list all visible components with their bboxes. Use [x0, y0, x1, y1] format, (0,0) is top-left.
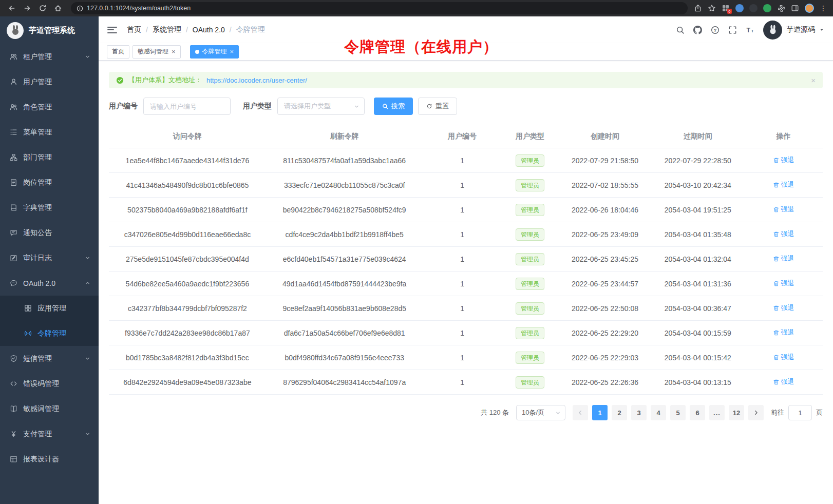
reset-button[interactable]: 重置	[418, 98, 457, 115]
force-logout-button[interactable]: 强退	[773, 303, 794, 313]
extension-blue-icon[interactable]	[735, 4, 744, 12]
sidebar-item-report-designer[interactable]: 报表设计器	[0, 447, 99, 472]
pager-page-5[interactable]: 5	[670, 405, 686, 420]
sidebar-item-role-mgmt[interactable]: 角色管理	[0, 94, 99, 120]
browser-reload-button[interactable]	[36, 2, 49, 15]
sidebar-item-label: 支付管理	[23, 430, 52, 439]
user-type-select[interactable]: 请选择用户类型	[277, 98, 365, 115]
help-icon[interactable]: ?	[711, 26, 720, 34]
sidebar-item-notice-mgmt[interactable]: 通知公告	[0, 220, 99, 245]
force-logout-button[interactable]: 强退	[773, 328, 794, 337]
user-type-tag: 管理员	[516, 352, 544, 364]
sidebar-item-post-mgmt[interactable]: 岗位管理	[0, 170, 99, 195]
sidebar-item-label: 字典管理	[23, 203, 52, 212]
sidebar-item-menu-mgmt[interactable]: 菜单管理	[0, 120, 99, 145]
browser-forward-button[interactable]	[21, 2, 34, 15]
sidebar-item-label: 错误码管理	[23, 379, 59, 389]
force-logout-button[interactable]: 强退	[773, 279, 794, 288]
sidebar-panel-icon[interactable]	[791, 4, 799, 12]
force-logout-button[interactable]: 强退	[773, 353, 794, 362]
goto-page-input[interactable]	[788, 405, 812, 420]
font-size-icon[interactable]: TT	[746, 26, 754, 34]
force-logout-button[interactable]: 强退	[773, 377, 794, 386]
sidebar-item-payment-mgmt[interactable]: 支付管理	[0, 421, 99, 447]
close-icon[interactable]: ×	[172, 48, 176, 55]
sidebar-item-sensitive-word-mgmt[interactable]: 敏感词管理	[0, 396, 99, 421]
action-cell: 强退	[744, 272, 823, 296]
chevron-down-icon	[555, 410, 561, 416]
sidebar-item-token-mgmt[interactable]: 令牌管理	[0, 321, 99, 346]
user-type-cell: 管理员	[501, 198, 558, 222]
force-logout-button[interactable]: 强退	[773, 205, 794, 214]
pager-page-3[interactable]: 3	[631, 405, 647, 420]
pager-more-button[interactable]: ...	[709, 405, 725, 420]
sidebar-item-label: OAuth 2.0	[23, 279, 55, 287]
site-info-icon[interactable]	[77, 5, 83, 12]
force-logout-button[interactable]: 强退	[773, 229, 794, 239]
browser-menu-icon[interactable]: ⋮	[820, 4, 827, 12]
pager-page-1[interactable]: 1	[592, 405, 608, 420]
pager-page-12[interactable]: 12	[729, 405, 744, 420]
user-type-tag: 管理员	[516, 302, 544, 315]
sidebar-item-sms-mgmt[interactable]: 短信管理	[0, 346, 99, 371]
sidebar-item-error-code-mgmt[interactable]: 错误码管理	[0, 371, 99, 396]
extension-grid-icon[interactable]: 0	[722, 4, 730, 12]
tab-token-mgmt[interactable]: 令牌管理 ×	[190, 45, 239, 59]
user-id-input[interactable]	[143, 98, 231, 115]
pager-page-2[interactable]: 2	[612, 405, 627, 420]
browser-home-button[interactable]	[51, 2, 65, 15]
expire-time-cell: 2054-03-04 00:15:59	[651, 321, 744, 345]
page-size-select[interactable]: 10条/页	[516, 405, 565, 420]
sidebar-item-dict-mgmt[interactable]: 字典管理	[0, 195, 99, 220]
force-logout-button[interactable]: 强退	[773, 254, 794, 263]
next-page-button[interactable]	[748, 405, 764, 420]
sidebar-item-oauth2[interactable]: OAuth 2.0	[0, 270, 99, 296]
close-icon[interactable]: ×	[230, 48, 234, 55]
yen-icon	[10, 430, 17, 438]
prev-page-button[interactable]	[573, 405, 588, 420]
search-button[interactable]: 搜索	[374, 98, 413, 115]
fullscreen-icon[interactable]	[728, 26, 737, 34]
bookmark-star-icon[interactable]	[708, 4, 716, 12]
sidebar-item-app-mgmt[interactable]: 应用管理	[0, 296, 99, 321]
expire-time-cell: 2022-07-29 22:28:50	[651, 148, 744, 173]
select-placeholder: 请选择用户类型	[284, 102, 331, 111]
pager-page-4[interactable]: 4	[651, 405, 666, 420]
breadcrumb-current: 令牌管理	[236, 25, 265, 34]
hamburger-icon[interactable]	[107, 27, 117, 33]
chevron-down-icon	[85, 255, 90, 261]
sidebar-item-dept-mgmt[interactable]: 部门管理	[0, 145, 99, 170]
puzzle-extensions-icon[interactable]	[777, 4, 785, 12]
browser-profile-avatar[interactable]	[805, 4, 814, 13]
access-token-cell: c342377bf8b344799dcbf7bf095287f2	[109, 296, 266, 321]
user-type-cell: 管理员	[501, 321, 558, 345]
share-icon[interactable]	[694, 4, 702, 12]
force-logout-button[interactable]: 强退	[773, 180, 794, 189]
browser-back-button[interactable]	[5, 2, 18, 15]
access-token-cell: 1ea5e44f8bc1467aaede43144f31de76	[109, 148, 266, 173]
search-icon[interactable]	[676, 26, 685, 34]
github-icon[interactable]	[693, 26, 702, 34]
user-type-cell: 管理员	[501, 296, 558, 321]
alert-doc-link[interactable]: https://doc.iocoder.cn/user-center/	[206, 76, 307, 84]
table-row: 6d842e2924594de9a09e45e087323abe8796295f…	[109, 370, 823, 395]
close-icon[interactable]: ×	[811, 76, 816, 85]
sidebar-item-tenant-mgmt[interactable]: 租户管理	[0, 44, 99, 69]
user-menu[interactable]: 芋道源码	[763, 21, 824, 40]
extension-dark-icon[interactable]	[749, 4, 758, 12]
tab-home[interactable]: 首页	[107, 45, 129, 59]
extension-green-icon[interactable]	[763, 4, 771, 12]
layout-icon	[10, 455, 17, 463]
force-logout-button[interactable]: 强退	[773, 156, 794, 165]
page-content: 【用户体系】文档地址： https://doc.iocoder.cn/user-…	[99, 61, 833, 431]
user-id-cell: 1	[423, 272, 502, 296]
app-logo[interactable]: 芋道管理系统	[0, 16, 99, 44]
action-cell: 强退	[744, 370, 823, 395]
tab-sensitive-word-mgmt[interactable]: 敏感词管理 ×	[132, 45, 181, 59]
pager-page-6[interactable]: 6	[690, 405, 705, 420]
breadcrumb-home[interactable]: 首页	[127, 25, 141, 34]
sidebar-item-user-mgmt[interactable]: 用户管理	[0, 69, 99, 94]
col-access-token: 访问令牌	[109, 127, 266, 148]
sidebar-item-audit-log[interactable]: 审计日志	[0, 245, 99, 270]
address-bar[interactable]: 127.0.0.1:1024/system/oauth2/token	[71, 2, 688, 14]
